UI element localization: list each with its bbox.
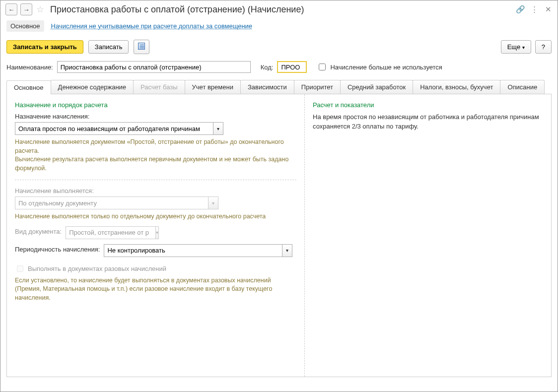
titlebar: ← → ☆ Приостановка работы с оплатой (отс… — [0, 0, 558, 18]
subnav-main[interactable]: Основное — [6, 20, 44, 32]
more-button[interactable]: Еще ▾ — [501, 40, 531, 54]
purpose-input[interactable] — [15, 122, 213, 135]
list-button[interactable] — [134, 40, 149, 54]
code-input[interactable] — [277, 61, 307, 73]
subnav: Основное Начисления не учитываемые при р… — [0, 18, 558, 37]
doc-select: ▾ — [66, 226, 155, 239]
forward-button[interactable]: → — [20, 3, 32, 15]
doc-input — [66, 226, 156, 239]
kebab-icon[interactable]: ⋮ — [530, 5, 539, 14]
close-icon[interactable]: ✕ — [544, 5, 553, 14]
inactive-check-input[interactable] — [319, 64, 326, 70]
doc-label: Вид документа: — [15, 228, 62, 235]
favorite-icon[interactable]: ☆ — [35, 4, 45, 14]
tab-priority[interactable]: Приоритет — [294, 80, 341, 94]
tab-money[interactable]: Денежное содержание — [51, 80, 134, 94]
exec-label: Начисление выполняется: — [15, 187, 296, 195]
divider — [15, 180, 296, 180]
left-column: Назначение и порядок расчета Назначение … — [7, 94, 305, 377]
doc-dd: ▾ — [156, 226, 159, 239]
form-row: Наименование: Код: Начисление больше не … — [0, 57, 558, 77]
list-icon — [138, 43, 145, 50]
tab-main[interactable]: Основное — [6, 80, 51, 94]
right-column: Расчет и показатели На время простоя по … — [305, 94, 551, 377]
page-title: Приостановка работы с оплатой (отстранен… — [50, 4, 304, 15]
period-input[interactable] — [104, 244, 282, 257]
tab-avg[interactable]: Средний заработок — [340, 80, 413, 94]
purpose-dd[interactable]: ▾ — [213, 122, 223, 135]
inactive-checkbox[interactable]: Начисление больше не используется — [317, 62, 442, 72]
inactive-label: Начисление больше не используется — [330, 64, 442, 71]
save-close-button[interactable]: Записать и закрыть — [6, 40, 83, 54]
link-icon[interactable]: 🔗 — [516, 5, 525, 14]
exec-select: ▾ — [15, 196, 218, 209]
period-select[interactable]: ▾ — [104, 244, 292, 257]
code-label: Код: — [261, 64, 274, 71]
exec-dd: ▾ — [209, 196, 218, 209]
oneoff-label: Выполнять в документах разовых начислени… — [28, 265, 166, 272]
oneoff-check-input — [17, 265, 23, 272]
tab-base: Расчет базы — [133, 80, 185, 94]
tab-time[interactable]: Учет времени — [185, 80, 241, 94]
tab-tax[interactable]: Налоги, взносы, бухучет — [413, 80, 500, 94]
purpose-hint: Начисление выполняется документом «Прост… — [15, 138, 296, 173]
subnav-link[interactable]: Начисления не учитываемые при расчете до… — [51, 22, 253, 30]
period-dd[interactable]: ▾ — [282, 244, 292, 257]
window: ← → ☆ Приостановка работы с оплатой (отс… — [0, 0, 558, 392]
purpose-label: Назначение начисления: — [15, 113, 296, 120]
oneoff-hint: Если установлено, то начисление будет вы… — [15, 276, 296, 303]
back-button[interactable]: ← — [5, 3, 17, 15]
exec-input — [15, 196, 209, 209]
name-label: Наименование: — [6, 64, 53, 71]
period-label: Периодичность начисления: — [15, 246, 100, 253]
toolbar: Записать и закрыть Записать Еще ▾ ? — [0, 37, 558, 57]
section-purpose: Назначение и порядок расчета — [15, 101, 296, 109]
oneoff-checkbox: Выполнять в документах разовых начислени… — [15, 264, 296, 273]
calc-text: На время простоя по независящим от работ… — [313, 113, 543, 131]
tab-content: Назначение и порядок расчета Назначение … — [6, 94, 552, 377]
tab-deps[interactable]: Зависимости — [240, 80, 294, 94]
exec-hint: Начисление выполняется только по отдельн… — [15, 212, 296, 221]
name-input[interactable] — [57, 61, 251, 73]
help-button[interactable]: ? — [535, 40, 552, 54]
section-calc: Расчет и показатели — [313, 101, 543, 109]
purpose-select[interactable]: ▾ — [15, 122, 223, 135]
save-button[interactable]: Записать — [88, 40, 129, 54]
tab-desc[interactable]: Описание — [500, 80, 545, 94]
tabs: Основное Денежное содержание Расчет базы… — [6, 80, 552, 94]
chevron-down-icon: ▾ — [522, 45, 525, 50]
